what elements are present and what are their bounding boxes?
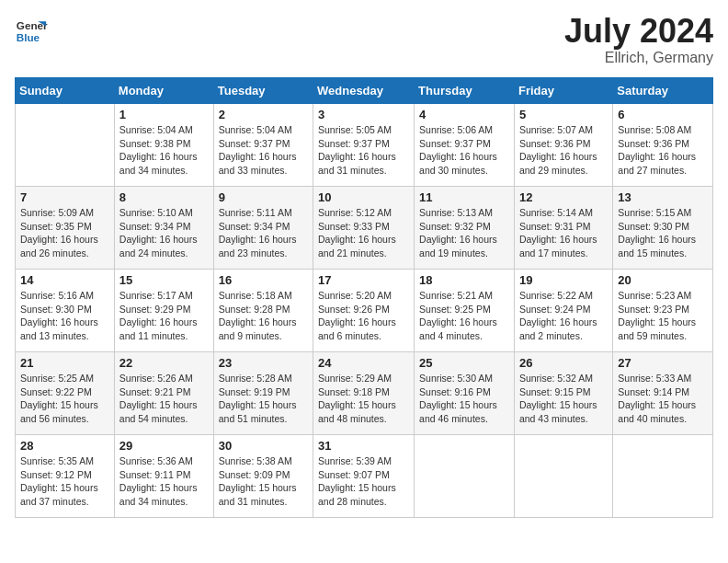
- day-number: 4: [419, 108, 509, 121]
- day-info: Sunrise: 5:22 AMSunset: 9:24 PMDaylight:…: [519, 289, 608, 343]
- day-info: Sunrise: 5:33 AMSunset: 9:14 PMDaylight:…: [618, 372, 708, 426]
- day-info: Sunrise: 5:04 AMSunset: 9:37 PMDaylight:…: [219, 123, 308, 178]
- day-number: 17: [318, 273, 409, 287]
- day-info: Sunrise: 5:26 AMSunset: 9:21 PMDaylight:…: [119, 372, 209, 426]
- page-header: General Blue July 2024 Ellrich, Germany: [15, 15, 713, 66]
- calendar-week-row: 21Sunrise: 5:25 AMSunset: 9:22 PMDayligh…: [16, 352, 713, 435]
- calendar-cell: 16Sunrise: 5:18 AMSunset: 9:28 PMDayligh…: [213, 270, 313, 352]
- day-number: 16: [219, 273, 308, 287]
- day-number: 13: [618, 190, 708, 204]
- location-title: Ellrich, Germany: [564, 50, 713, 66]
- calendar-cell: [514, 435, 612, 518]
- calendar-week-row: 7Sunrise: 5:09 AMSunset: 9:35 PMDaylight…: [16, 187, 713, 270]
- calendar-body: 1Sunrise: 5:04 AMSunset: 9:38 PMDaylight…: [16, 104, 713, 518]
- day-info: Sunrise: 5:35 AMSunset: 9:12 PMDaylight:…: [20, 454, 109, 509]
- svg-text:Blue: Blue: [17, 31, 40, 43]
- calendar-cell: 27Sunrise: 5:33 AMSunset: 9:14 PMDayligh…: [613, 352, 713, 435]
- calendar-cell: 23Sunrise: 5:28 AMSunset: 9:19 PMDayligh…: [213, 352, 313, 435]
- calendar-cell: 19Sunrise: 5:22 AMSunset: 9:24 PMDayligh…: [514, 270, 612, 352]
- calendar-cell: 9Sunrise: 5:11 AMSunset: 9:34 PMDaylight…: [213, 187, 313, 270]
- calendar-cell: 18Sunrise: 5:21 AMSunset: 9:25 PMDayligh…: [415, 270, 515, 352]
- day-number: 25: [419, 356, 509, 370]
- calendar-cell: 20Sunrise: 5:23 AMSunset: 9:23 PMDayligh…: [613, 270, 713, 352]
- day-number: 8: [119, 190, 209, 204]
- logo-icon: General Blue: [15, 15, 48, 48]
- calendar-cell: [415, 435, 515, 518]
- calendar-cell: 7Sunrise: 5:09 AMSunset: 9:35 PMDaylight…: [16, 187, 115, 270]
- calendar-cell: 22Sunrise: 5:26 AMSunset: 9:21 PMDayligh…: [114, 352, 213, 435]
- calendar-cell: 21Sunrise: 5:25 AMSunset: 9:22 PMDayligh…: [16, 352, 115, 435]
- weekday-header-row: SundayMondayTuesdayWednesdayThursdayFrid…: [16, 78, 713, 104]
- day-info: Sunrise: 5:12 AMSunset: 9:33 PMDaylight:…: [318, 206, 409, 260]
- day-info: Sunrise: 5:06 AMSunset: 9:37 PMDaylight:…: [419, 123, 509, 178]
- day-info: Sunrise: 5:05 AMSunset: 9:37 PMDaylight:…: [318, 123, 409, 178]
- calendar-cell: [613, 435, 713, 518]
- calendar-cell: 28Sunrise: 5:35 AMSunset: 9:12 PMDayligh…: [16, 435, 115, 518]
- day-info: Sunrise: 5:36 AMSunset: 9:11 PMDaylight:…: [119, 454, 209, 509]
- calendar-cell: [16, 104, 115, 187]
- calendar-cell: 29Sunrise: 5:36 AMSunset: 9:11 PMDayligh…: [114, 435, 213, 518]
- calendar-cell: 15Sunrise: 5:17 AMSunset: 9:29 PMDayligh…: [114, 270, 213, 352]
- calendar-cell: 3Sunrise: 5:05 AMSunset: 9:37 PMDaylight…: [313, 104, 415, 187]
- weekday-header-cell: Sunday: [16, 78, 115, 104]
- calendar-week-row: 14Sunrise: 5:16 AMSunset: 9:30 PMDayligh…: [16, 270, 713, 352]
- day-info: Sunrise: 5:11 AMSunset: 9:34 PMDaylight:…: [219, 206, 308, 260]
- weekday-header-cell: Thursday: [415, 78, 515, 104]
- day-number: 11: [419, 190, 509, 204]
- day-number: 1: [119, 108, 209, 121]
- calendar-cell: 11Sunrise: 5:13 AMSunset: 9:32 PMDayligh…: [415, 187, 515, 270]
- day-number: 10: [318, 190, 409, 204]
- day-info: Sunrise: 5:29 AMSunset: 9:18 PMDaylight:…: [318, 372, 409, 426]
- day-number: 22: [119, 356, 209, 370]
- day-number: 21: [20, 356, 109, 370]
- day-info: Sunrise: 5:10 AMSunset: 9:34 PMDaylight:…: [119, 206, 209, 260]
- day-number: 18: [419, 273, 509, 287]
- day-info: Sunrise: 5:15 AMSunset: 9:30 PMDaylight:…: [618, 206, 708, 260]
- calendar-cell: 2Sunrise: 5:04 AMSunset: 9:37 PMDaylight…: [213, 104, 313, 187]
- day-number: 19: [519, 273, 608, 287]
- day-info: Sunrise: 5:32 AMSunset: 9:15 PMDaylight:…: [519, 372, 608, 426]
- weekday-header-cell: Friday: [514, 78, 612, 104]
- calendar-cell: 10Sunrise: 5:12 AMSunset: 9:33 PMDayligh…: [313, 187, 415, 270]
- day-number: 6: [618, 108, 708, 121]
- day-info: Sunrise: 5:17 AMSunset: 9:29 PMDaylight:…: [119, 289, 209, 343]
- calendar-week-row: 1Sunrise: 5:04 AMSunset: 9:38 PMDaylight…: [16, 104, 713, 187]
- weekday-header-cell: Saturday: [613, 78, 713, 104]
- day-number: 9: [219, 190, 308, 204]
- calendar-cell: 13Sunrise: 5:15 AMSunset: 9:30 PMDayligh…: [613, 187, 713, 270]
- calendar-cell: 30Sunrise: 5:38 AMSunset: 9:09 PMDayligh…: [213, 435, 313, 518]
- day-number: 15: [119, 273, 209, 287]
- day-number: 14: [20, 273, 109, 287]
- day-number: 26: [519, 356, 608, 370]
- calendar-cell: 12Sunrise: 5:14 AMSunset: 9:31 PMDayligh…: [514, 187, 612, 270]
- month-title: July 2024: [564, 15, 713, 48]
- day-number: 27: [618, 356, 708, 370]
- calendar-cell: 5Sunrise: 5:07 AMSunset: 9:36 PMDaylight…: [514, 104, 612, 187]
- day-number: 7: [20, 190, 109, 204]
- day-info: Sunrise: 5:07 AMSunset: 9:36 PMDaylight:…: [519, 123, 608, 178]
- day-number: 3: [318, 108, 409, 121]
- day-number: 29: [119, 439, 209, 453]
- day-info: Sunrise: 5:13 AMSunset: 9:32 PMDaylight:…: [419, 206, 509, 260]
- calendar-cell: 24Sunrise: 5:29 AMSunset: 9:18 PMDayligh…: [313, 352, 415, 435]
- svg-text:General: General: [17, 19, 48, 31]
- calendar-cell: 17Sunrise: 5:20 AMSunset: 9:26 PMDayligh…: [313, 270, 415, 352]
- day-info: Sunrise: 5:14 AMSunset: 9:31 PMDaylight:…: [519, 206, 608, 260]
- day-number: 24: [318, 356, 409, 370]
- logo: General Blue: [15, 15, 48, 48]
- calendar-cell: 4Sunrise: 5:06 AMSunset: 9:37 PMDaylight…: [415, 104, 515, 187]
- calendar-cell: 8Sunrise: 5:10 AMSunset: 9:34 PMDaylight…: [114, 187, 213, 270]
- day-info: Sunrise: 5:18 AMSunset: 9:28 PMDaylight:…: [219, 289, 308, 343]
- day-number: 12: [519, 190, 608, 204]
- calendar-cell: 31Sunrise: 5:39 AMSunset: 9:07 PMDayligh…: [313, 435, 415, 518]
- day-number: 23: [219, 356, 308, 370]
- day-info: Sunrise: 5:09 AMSunset: 9:35 PMDaylight:…: [20, 206, 109, 260]
- day-info: Sunrise: 5:20 AMSunset: 9:26 PMDaylight:…: [318, 289, 409, 343]
- day-number: 28: [20, 439, 109, 453]
- day-info: Sunrise: 5:28 AMSunset: 9:19 PMDaylight:…: [219, 372, 308, 426]
- calendar-cell: 25Sunrise: 5:30 AMSunset: 9:16 PMDayligh…: [415, 352, 515, 435]
- calendar-cell: 1Sunrise: 5:04 AMSunset: 9:38 PMDaylight…: [114, 104, 213, 187]
- weekday-header-cell: Tuesday: [213, 78, 313, 104]
- weekday-header-cell: Wednesday: [313, 78, 415, 104]
- day-info: Sunrise: 5:04 AMSunset: 9:38 PMDaylight:…: [119, 123, 209, 178]
